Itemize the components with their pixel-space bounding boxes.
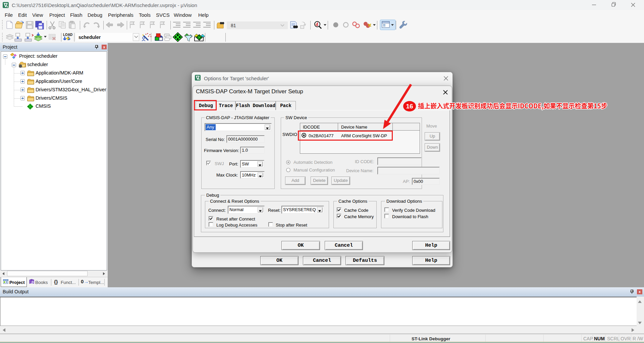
svg-text:16: 16 [406, 103, 413, 110]
svg-text:d: d [316, 22, 318, 27]
svg-text:s: s [7, 5, 8, 8]
svg-text:?: ? [32, 281, 34, 284]
svg-text:s: s [198, 78, 200, 81]
svg-text:LOAD: LOAD [63, 33, 72, 37]
